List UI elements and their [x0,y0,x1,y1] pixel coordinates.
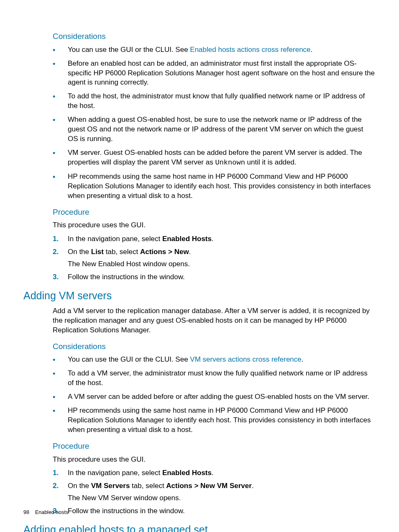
step: On the VM Servers tab, select Actions > … [53,481,375,503]
step: On the List tab, select Actions > New. T… [53,247,375,269]
procedure-steps: In the navigation pane, select Enabled H… [53,468,375,516]
text: You can use the GUI or the CLUI. See [68,46,190,54]
text: . [252,482,254,490]
considerations-heading: Considerations [53,341,375,352]
bold-text: Enabled Hosts [162,235,212,243]
considerations-heading: Considerations [53,31,375,42]
enabled-hosts-cross-ref-link[interactable]: Enabled hosts actions cross reference [190,46,310,54]
bold-text: List [91,248,104,256]
considerations-list: You can use the GUI or the CLUI. See Ena… [53,45,375,201]
procedure-intro: This procedure uses the GUI. [53,455,375,465]
text: . [189,248,191,256]
text: In the navigation pane, select [68,235,162,243]
page-footer: 98Enabled hosts [23,509,68,516]
step-note: The New VM Server window opens. [68,493,375,503]
text: tab, select [130,482,166,490]
code-text: Unknown [215,159,245,167]
bold-text: Enabled Hosts [162,469,212,477]
list-item: To add the host, the administrator must … [53,92,375,111]
list-item: HP recommends using the same host name i… [53,172,375,201]
text: On the [68,482,91,490]
list-item: HP recommends using the same host name i… [53,406,375,435]
considerations-list: You can use the GUI or the CLUI. See VM … [53,355,375,435]
text: On the [68,248,91,256]
procedure-heading: Procedure [53,441,375,452]
step: Follow the instructions in the window. [53,506,375,516]
section-heading-managed-set: Adding enabled hosts to a managed set [23,523,375,532]
list-item: You can use the GUI or the CLUI. See VM … [53,355,375,365]
page-number: 98 [23,509,29,515]
procedure-heading: Procedure [53,207,375,218]
section-intro: Add a VM server to the replication manag… [53,306,375,335]
section-heading-vm-servers: Adding VM servers [23,289,375,303]
step: Follow the instructions in the window. [53,272,375,282]
text: In the navigation pane, select [68,469,162,477]
step: In the navigation pane, select Enabled H… [53,234,375,244]
text: . [311,46,313,54]
step-note: The New Enabled Host window opens. [68,260,375,269]
list-item: You can use the GUI or the CLUI. See Ena… [53,45,375,55]
list-item: To add a VM server, the administrator mu… [53,369,375,388]
text: You can use the GUI or the CLUI. See [68,355,190,363]
procedure-intro: This procedure uses the GUI. [53,221,375,230]
footer-title: Enabled hosts [35,509,68,515]
list-item: VM server. Guest OS-enabled hosts can be… [53,148,375,168]
bold-text: VM Servers [91,482,130,490]
procedure-steps: In the navigation pane, select Enabled H… [53,234,375,282]
text: tab, select [104,248,140,256]
bold-text: Actions > New VM Server [166,482,252,490]
text: . [212,235,214,243]
list-item: A VM server can be added before or after… [53,392,375,402]
step: In the navigation pane, select Enabled H… [53,468,375,478]
text: until it is added. [245,158,297,166]
list-item: Before an enabled host can be added, an … [53,59,375,88]
bold-text: Actions > New [140,248,189,256]
text: . [212,469,214,477]
text: . [302,355,304,363]
vm-servers-cross-ref-link[interactable]: VM servers actions cross reference [190,355,301,363]
list-item: When adding a guest OS-enabled host, be … [53,115,375,144]
